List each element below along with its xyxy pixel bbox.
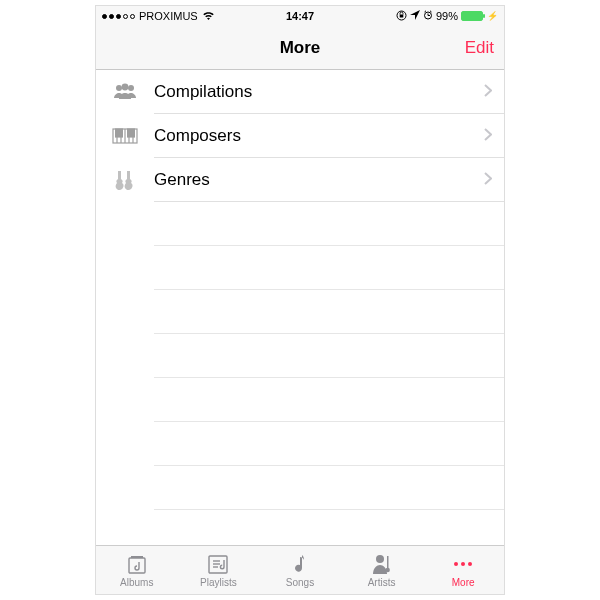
tab-label: Songs: [286, 577, 314, 588]
page-title: More: [96, 38, 504, 58]
row-compilations[interactable]: Compilations: [96, 70, 504, 114]
status-left: PROXIMUS: [102, 10, 286, 22]
svg-point-27: [468, 562, 472, 566]
row-composers[interactable]: Composers: [96, 114, 504, 158]
empty-row: [154, 246, 504, 290]
tab-label: Playlists: [200, 577, 237, 588]
svg-point-26: [461, 562, 465, 566]
svg-point-4: [122, 84, 129, 91]
battery-icon: [461, 11, 483, 21]
svg-rect-13: [120, 129, 123, 137]
svg-rect-23: [387, 556, 389, 569]
tab-playlists[interactable]: Playlists: [178, 546, 260, 594]
status-time: 14:47: [286, 10, 314, 22]
chevron-right-icon: [484, 83, 492, 101]
row-label: Genres: [154, 170, 484, 190]
tab-label: Albums: [120, 577, 153, 588]
svg-point-3: [116, 85, 122, 91]
chevron-right-icon: [484, 127, 492, 145]
battery-pct: 99%: [436, 10, 458, 22]
nav-bar: More Edit: [96, 26, 504, 70]
empty-row: [154, 378, 504, 422]
svg-point-25: [454, 562, 458, 566]
tab-more[interactable]: More: [422, 546, 504, 594]
charging-icon: ⚡: [487, 11, 498, 21]
tab-label: Artists: [368, 577, 396, 588]
status-bar: PROXIMUS 14:47 99% ⚡: [96, 6, 504, 26]
row-genres[interactable]: Genres: [96, 158, 504, 202]
row-label: Composers: [154, 126, 484, 146]
empty-row: [154, 422, 504, 466]
empty-row: [154, 334, 504, 378]
tab-artists[interactable]: Artists: [341, 546, 423, 594]
wifi-icon: [202, 11, 215, 21]
playlists-icon: [206, 552, 230, 576]
signal-strength-icon: [102, 14, 135, 19]
empty-row: [154, 202, 504, 246]
chevron-right-icon: [484, 171, 492, 189]
svg-rect-17: [131, 556, 143, 558]
row-label: Compilations: [154, 82, 484, 102]
svg-point-22: [376, 555, 384, 563]
alarm-icon: [423, 10, 433, 22]
piano-icon: [110, 121, 140, 151]
artists-icon: [370, 552, 394, 576]
device-frame: PROXIMUS 14:47 99% ⚡ More Edit: [95, 5, 505, 595]
more-icon: [450, 552, 476, 576]
people-icon: [110, 77, 140, 107]
location-icon: [410, 10, 420, 22]
guitars-icon: [110, 165, 140, 195]
more-list: Compilations Composers: [96, 70, 504, 510]
svg-rect-14: [128, 129, 131, 137]
empty-row: [154, 466, 504, 510]
svg-point-24: [385, 568, 389, 572]
albums-icon: [125, 552, 149, 576]
tab-bar: Albums Playlists Songs: [96, 545, 504, 594]
carrier-label: PROXIMUS: [139, 10, 198, 22]
svg-rect-1: [400, 14, 404, 17]
svg-rect-15: [132, 129, 135, 137]
status-right: 99% ⚡: [314, 10, 498, 23]
songs-icon: [290, 552, 310, 576]
orientation-lock-icon: [396, 10, 407, 23]
svg-point-5: [128, 85, 134, 91]
svg-rect-12: [116, 129, 119, 137]
empty-row: [154, 290, 504, 334]
tab-label: More: [452, 577, 475, 588]
tab-songs[interactable]: Songs: [259, 546, 341, 594]
tab-albums[interactable]: Albums: [96, 546, 178, 594]
